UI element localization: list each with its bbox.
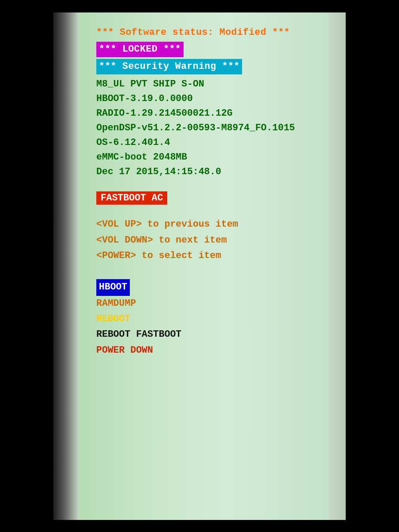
info-line-3: OpenDSP-v51.2.2-00593-M8974_FO.1015 bbox=[96, 121, 337, 135]
locked-badge: *** LOCKED *** bbox=[96, 42, 184, 57]
security-warning-badge: *** Security Warning *** bbox=[96, 59, 242, 74]
locked-line: *** LOCKED *** bbox=[96, 42, 337, 57]
nav-line-1: <VOL DOWN> to next item bbox=[96, 233, 337, 248]
info-line-0: M8_UL PVT SHIP S-ON bbox=[96, 77, 337, 92]
menu-reboot-fastboot[interactable]: REBOOT FASTBOOT bbox=[96, 327, 337, 342]
info-line-1: HBOOT-3.19.0.0000 bbox=[96, 92, 337, 106]
info-line-5: eMMC-boot 2048MB bbox=[96, 150, 337, 165]
menu-hboot-line[interactable]: HBOOT bbox=[96, 279, 337, 295]
menu-reboot[interactable]: REBOOT bbox=[96, 311, 337, 327]
nav-line-2: <POWER> to select item bbox=[96, 248, 337, 264]
spacer-3 bbox=[96, 264, 337, 276]
menu-ramdump[interactable]: RAMDUMP bbox=[96, 296, 337, 311]
spacer-2 bbox=[96, 205, 337, 217]
menu-hboot[interactable]: HBOOT bbox=[96, 279, 130, 295]
menu-section: HBOOT RAMDUMP REBOOT REBOOT FASTBOOT POW… bbox=[96, 279, 337, 358]
info-line-6: Dec 17 2015,14:15:48.0 bbox=[96, 165, 337, 179]
info-line-4: OS-6.12.401.4 bbox=[96, 135, 337, 150]
menu-power-down[interactable]: POWER DOWN bbox=[96, 343, 337, 358]
left-edge-shadow bbox=[53, 12, 79, 520]
spacer-1 bbox=[96, 179, 337, 191]
software-status-line: *** Software status: Modified *** bbox=[96, 25, 337, 40]
fastboot-badge: FASTBOOT AC bbox=[96, 191, 167, 205]
nav-line-0: <VOL UP> to previous item bbox=[96, 217, 337, 232]
right-edge-fade bbox=[328, 12, 346, 520]
screen-content: *** Software status: Modified *** *** LO… bbox=[53, 12, 346, 367]
fastboot-line: FASTBOOT AC bbox=[96, 191, 337, 205]
phone-screen: *** Software status: Modified *** *** LO… bbox=[53, 12, 346, 520]
info-line-2: RADIO-1.29.214500021.12G bbox=[96, 106, 337, 121]
software-status-text: *** Software status: Modified *** bbox=[96, 27, 290, 38]
security-warning-line: *** Security Warning *** bbox=[96, 59, 337, 74]
